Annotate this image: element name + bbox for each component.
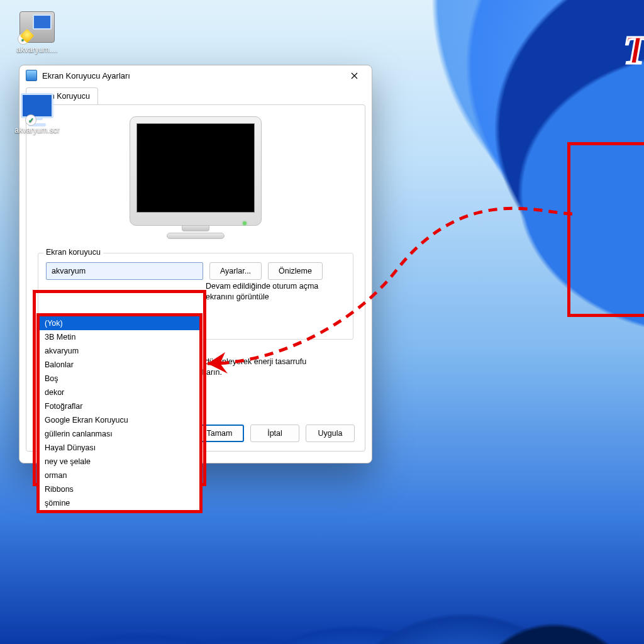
screensaver-row: akvaryum Ayarlar... Önizleme (46, 262, 345, 280)
dialog-title: Ekran Koruyucu Ayarları (42, 71, 341, 80)
screensaver-dropdown-list[interactable]: (Yok)3B MetinakvaryumBalonlarBoşdekorFot… (36, 313, 203, 513)
monitor-led-icon (243, 221, 247, 225)
titlebar[interactable]: Ekran Koruyucu Ayarları (19, 65, 372, 86)
dropdown-option[interactable]: (Yok) (40, 316, 199, 330)
desktop-icon2-label: akvaryum.scr (4, 126, 70, 135)
settings-button[interactable]: Ayarlar... (209, 262, 262, 280)
dropdown-option[interactable]: Ribbons (40, 482, 199, 496)
apply-button[interactable]: Uygula (306, 425, 355, 442)
resume-logon-label: Devam edildiğinde oturum açma ekranını g… (206, 281, 318, 303)
dropdown-option[interactable]: orman (40, 469, 199, 482)
monitor-screen (136, 123, 255, 213)
power-line2: çıkarın. (196, 367, 306, 378)
dropdown-option[interactable]: ney ve şelale (40, 455, 199, 469)
sync-ok-badge-icon (18, 33, 29, 45)
screensaver-selected-value: akvaryum (52, 267, 86, 275)
preview-button[interactable]: Önizleme (268, 262, 323, 280)
resume-line2: ekranını görüntüle (206, 292, 318, 303)
installer-icon (19, 11, 55, 43)
monitor-stand (182, 226, 209, 231)
power-line1: nı düzenleyerek enerji tasarrufu (196, 357, 306, 367)
screensaver-combobox[interactable]: akvaryum (46, 262, 203, 280)
dropdown-option[interactable]: Fotoğraflar (40, 399, 199, 413)
annotation-highlight-desktop-icons (567, 142, 644, 317)
dropdown-option[interactable]: Balonlar (40, 358, 199, 372)
desktop-icon-scrfile[interactable]: akvaryum.scr (4, 92, 70, 135)
dropdown-option[interactable]: Hayal Dünyası (40, 441, 199, 455)
screensaver-preview-monitor (130, 116, 262, 239)
close-icon (351, 72, 358, 79)
desktop-icon1-label: akvaryum.... (4, 45, 70, 54)
group-legend: Ekran koruyucu (43, 248, 103, 257)
dropdown-option[interactable]: Boş (40, 372, 199, 386)
dropdown-option[interactable]: 3B Metin (40, 330, 199, 344)
scr-file-icon (20, 92, 54, 123)
dialog-footer: Tamam İptal Uygula (195, 425, 355, 442)
monitor-bezel (130, 116, 262, 226)
corner-accent-glyph: T (623, 30, 644, 70)
dropdown-option[interactable]: akvaryum (40, 344, 199, 358)
dropdown-option[interactable]: dekor (40, 386, 199, 399)
tab-strip: Ekran Koruyucu (19, 87, 372, 104)
dropdown-option[interactable]: Google Ekran Koruyucu (40, 413, 199, 427)
dropdown-option[interactable]: şömine (40, 496, 199, 510)
resume-line1: Devam edildiğinde oturum açma (206, 281, 318, 292)
close-button[interactable] (341, 67, 367, 84)
sync-ok-badge-icon (25, 114, 36, 126)
power-text-partial: nı düzenleyerek enerji tasarrufu çıkarın… (196, 357, 306, 378)
cancel-button[interactable]: İptal (250, 425, 299, 442)
dropdown-option[interactable]: güllerin canlanması (40, 427, 199, 441)
monitor-base (167, 233, 225, 239)
dropdown-inner: (Yok)3B MetinakvaryumBalonlarBoşdekorFot… (40, 316, 199, 510)
desktop-icon-installer[interactable]: akvaryum.... (4, 11, 70, 54)
dialog-icon (26, 70, 37, 81)
